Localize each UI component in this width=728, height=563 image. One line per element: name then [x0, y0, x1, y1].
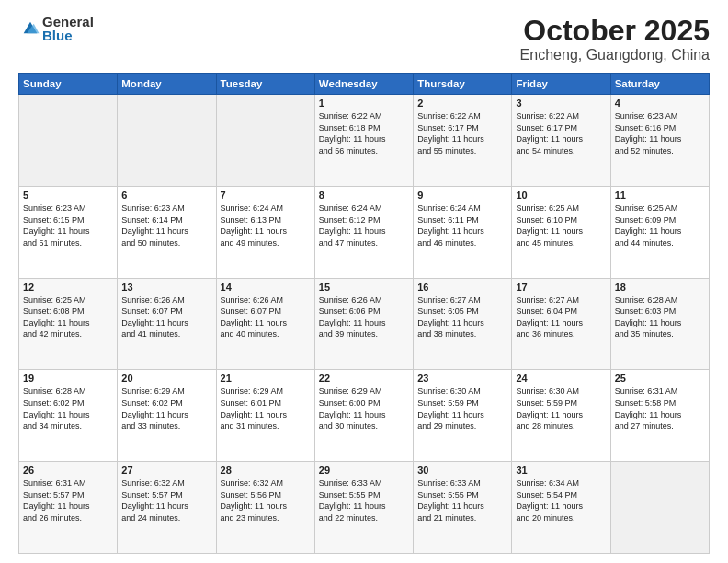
header-thursday: Thursday [414, 74, 512, 95]
day-number: 14 [221, 282, 311, 293]
day-info: Sunrise: 6:33 AM Sunset: 5:55 PM Dayligh… [417, 477, 507, 523]
day-info: Sunrise: 6:26 AM Sunset: 6:06 PM Dayligh… [319, 294, 409, 340]
day-info: Sunrise: 6:25 AM Sunset: 6:08 PM Dayligh… [23, 294, 113, 340]
title-block: October 2025 Encheng, Guangdong, China [520, 15, 710, 63]
logo-text: General Blue [42, 15, 94, 42]
table-row: 12Sunrise: 6:25 AM Sunset: 6:08 PM Dayli… [19, 278, 118, 370]
table-row: 8Sunrise: 6:24 AM Sunset: 6:12 PM Daylig… [314, 186, 413, 278]
day-number: 20 [121, 373, 211, 384]
header-wednesday: Wednesday [314, 74, 413, 95]
table-row: 26Sunrise: 6:31 AM Sunset: 5:57 PM Dayli… [19, 462, 118, 554]
day-info: Sunrise: 6:29 AM Sunset: 6:01 PM Dayligh… [221, 385, 311, 431]
table-row: 14Sunrise: 6:26 AM Sunset: 6:07 PM Dayli… [216, 278, 314, 370]
day-info: Sunrise: 6:22 AM Sunset: 6:17 PM Dayligh… [417, 110, 507, 156]
header-tuesday: Tuesday [216, 74, 314, 95]
day-number: 25 [615, 373, 705, 384]
week-row-2: 5Sunrise: 6:23 AM Sunset: 6:15 PM Daylig… [19, 186, 710, 278]
day-number: 12 [23, 282, 113, 293]
day-number: 3 [516, 98, 606, 109]
day-number: 16 [417, 282, 507, 293]
week-row-5: 26Sunrise: 6:31 AM Sunset: 5:57 PM Dayli… [19, 462, 710, 554]
header-saturday: Saturday [610, 74, 709, 95]
day-info: Sunrise: 6:28 AM Sunset: 6:03 PM Dayligh… [615, 294, 705, 340]
day-number: 19 [23, 373, 113, 384]
table-row: 10Sunrise: 6:25 AM Sunset: 6:10 PM Dayli… [512, 186, 610, 278]
day-number: 1 [319, 98, 409, 109]
table-row: 9Sunrise: 6:24 AM Sunset: 6:11 PM Daylig… [414, 186, 512, 278]
table-row [118, 95, 216, 187]
header: General Blue October 2025 Encheng, Guang… [18, 15, 710, 63]
day-info: Sunrise: 6:24 AM Sunset: 6:12 PM Dayligh… [319, 202, 409, 248]
day-number: 11 [615, 190, 705, 201]
day-number: 22 [319, 373, 409, 384]
day-info: Sunrise: 6:22 AM Sunset: 6:18 PM Dayligh… [319, 110, 409, 156]
table-row: 2Sunrise: 6:22 AM Sunset: 6:17 PM Daylig… [414, 95, 512, 187]
day-info: Sunrise: 6:28 AM Sunset: 6:02 PM Dayligh… [23, 385, 113, 431]
day-info: Sunrise: 6:25 AM Sunset: 6:09 PM Dayligh… [615, 202, 705, 248]
day-info: Sunrise: 6:31 AM Sunset: 5:57 PM Dayligh… [23, 477, 113, 523]
day-info: Sunrise: 6:34 AM Sunset: 5:54 PM Dayligh… [516, 477, 606, 523]
day-info: Sunrise: 6:24 AM Sunset: 6:11 PM Dayligh… [417, 202, 507, 248]
week-row-3: 12Sunrise: 6:25 AM Sunset: 6:08 PM Dayli… [19, 278, 710, 370]
table-row: 31Sunrise: 6:34 AM Sunset: 5:54 PM Dayli… [512, 462, 610, 554]
day-info: Sunrise: 6:25 AM Sunset: 6:10 PM Dayligh… [516, 202, 606, 248]
table-row: 7Sunrise: 6:24 AM Sunset: 6:13 PM Daylig… [216, 186, 314, 278]
table-row: 1Sunrise: 6:22 AM Sunset: 6:18 PM Daylig… [314, 95, 413, 187]
day-number: 28 [221, 465, 311, 476]
day-number: 5 [23, 190, 113, 201]
day-number: 7 [221, 190, 311, 201]
day-number: 26 [23, 465, 113, 476]
day-number: 8 [319, 190, 409, 201]
day-number: 29 [319, 465, 409, 476]
table-row: 25Sunrise: 6:31 AM Sunset: 5:58 PM Dayli… [610, 370, 709, 462]
day-number: 2 [417, 98, 507, 109]
table-row: 5Sunrise: 6:23 AM Sunset: 6:15 PM Daylig… [19, 186, 118, 278]
day-number: 13 [121, 282, 211, 293]
day-number: 10 [516, 190, 606, 201]
table-row: 4Sunrise: 6:23 AM Sunset: 6:16 PM Daylig… [610, 95, 709, 187]
day-number: 4 [615, 98, 705, 109]
table-row: 17Sunrise: 6:27 AM Sunset: 6:04 PM Dayli… [512, 278, 610, 370]
table-row: 13Sunrise: 6:26 AM Sunset: 6:07 PM Dayli… [118, 278, 216, 370]
day-number: 18 [615, 282, 705, 293]
table-row: 29Sunrise: 6:33 AM Sunset: 5:55 PM Dayli… [314, 462, 413, 554]
logo-blue-text: Blue [42, 29, 94, 42]
page-title: October 2025 [520, 15, 710, 47]
day-info: Sunrise: 6:27 AM Sunset: 6:04 PM Dayligh… [516, 294, 606, 340]
location-subtitle: Encheng, Guangdong, China [520, 47, 710, 63]
day-info: Sunrise: 6:23 AM Sunset: 6:15 PM Dayligh… [23, 202, 113, 248]
table-row: 22Sunrise: 6:29 AM Sunset: 6:00 PM Dayli… [314, 370, 413, 462]
table-row: 15Sunrise: 6:26 AM Sunset: 6:06 PM Dayli… [314, 278, 413, 370]
logo-general-text: General [42, 15, 94, 29]
table-row: 19Sunrise: 6:28 AM Sunset: 6:02 PM Dayli… [19, 370, 118, 462]
day-info: Sunrise: 6:30 AM Sunset: 5:59 PM Dayligh… [417, 385, 507, 431]
day-number: 21 [221, 373, 311, 384]
day-number: 9 [417, 190, 507, 201]
day-number: 24 [516, 373, 606, 384]
day-info: Sunrise: 6:23 AM Sunset: 6:14 PM Dayligh… [121, 202, 211, 248]
day-info: Sunrise: 6:23 AM Sunset: 6:16 PM Dayligh… [615, 110, 705, 156]
day-info: Sunrise: 6:29 AM Sunset: 6:00 PM Dayligh… [319, 385, 409, 431]
table-row: 18Sunrise: 6:28 AM Sunset: 6:03 PM Dayli… [610, 278, 709, 370]
day-info: Sunrise: 6:26 AM Sunset: 6:07 PM Dayligh… [121, 294, 211, 340]
day-info: Sunrise: 6:29 AM Sunset: 6:02 PM Dayligh… [121, 385, 211, 431]
table-row: 24Sunrise: 6:30 AM Sunset: 5:59 PM Dayli… [512, 370, 610, 462]
table-row: 11Sunrise: 6:25 AM Sunset: 6:09 PM Dayli… [610, 186, 709, 278]
header-friday: Friday [512, 74, 610, 95]
day-info: Sunrise: 6:30 AM Sunset: 5:59 PM Dayligh… [516, 385, 606, 431]
day-number: 30 [417, 465, 507, 476]
table-row [19, 95, 118, 187]
day-number: 6 [121, 190, 211, 201]
logo-icon [20, 18, 40, 39]
table-row: 21Sunrise: 6:29 AM Sunset: 6:01 PM Dayli… [216, 370, 314, 462]
day-number: 17 [516, 282, 606, 293]
table-row [610, 462, 709, 554]
day-info: Sunrise: 6:32 AM Sunset: 5:57 PM Dayligh… [121, 477, 211, 523]
day-info: Sunrise: 6:31 AM Sunset: 5:58 PM Dayligh… [615, 385, 705, 431]
logo: General Blue [18, 15, 94, 42]
table-row: 6Sunrise: 6:23 AM Sunset: 6:14 PM Daylig… [118, 186, 216, 278]
table-row: 23Sunrise: 6:30 AM Sunset: 5:59 PM Dayli… [414, 370, 512, 462]
table-row: 30Sunrise: 6:33 AM Sunset: 5:55 PM Dayli… [414, 462, 512, 554]
day-number: 27 [121, 465, 211, 476]
page: General Blue October 2025 Encheng, Guang… [0, 0, 728, 563]
